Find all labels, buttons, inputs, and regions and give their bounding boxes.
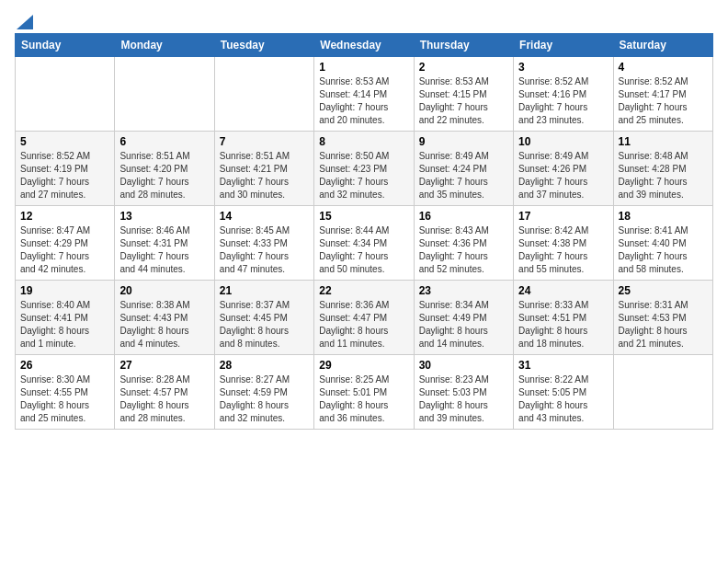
calendar-cell: 26Sunrise: 8:30 AM Sunset: 4:55 PM Dayli… <box>16 355 115 430</box>
calendar-cell: 30Sunrise: 8:23 AM Sunset: 5:03 PM Dayli… <box>414 355 513 430</box>
calendar-cell: 29Sunrise: 8:25 AM Sunset: 5:01 PM Dayli… <box>314 355 414 430</box>
day-number: 25 <box>619 284 708 297</box>
day-info: Sunrise: 8:22 AM Sunset: 5:05 PM Dayligh… <box>518 373 608 425</box>
calendar-cell <box>214 57 313 132</box>
day-number: 24 <box>518 284 608 297</box>
calendar-table: SundayMondayTuesdayWednesdayThursdayFrid… <box>15 33 713 430</box>
day-number: 21 <box>220 284 309 297</box>
calendar-cell <box>16 57 115 132</box>
header-wednesday: Wednesday <box>314 34 414 57</box>
day-info: Sunrise: 8:52 AM Sunset: 4:19 PM Dayligh… <box>20 150 109 201</box>
day-info: Sunrise: 8:40 AM Sunset: 4:41 PM Dayligh… <box>20 299 109 350</box>
day-number: 16 <box>419 210 508 223</box>
header-saturday: Saturday <box>613 34 712 57</box>
calendar-cell: 25Sunrise: 8:31 AM Sunset: 4:53 PM Dayli… <box>613 281 712 355</box>
day-number: 1 <box>319 61 408 74</box>
calendar-cell: 18Sunrise: 8:41 AM Sunset: 4:40 PM Dayli… <box>613 206 712 281</box>
calendar-cell: 11Sunrise: 8:48 AM Sunset: 4:28 PM Dayli… <box>613 132 712 206</box>
day-info: Sunrise: 8:53 AM Sunset: 4:15 PM Dayligh… <box>419 75 508 127</box>
calendar-cell: 4Sunrise: 8:52 AM Sunset: 4:17 PM Daylig… <box>613 57 712 132</box>
calendar-cell: 23Sunrise: 8:34 AM Sunset: 4:49 PM Dayli… <box>414 281 513 355</box>
day-number: 6 <box>119 135 209 148</box>
calendar-header-row: SundayMondayTuesdayWednesdayThursdayFrid… <box>16 34 713 57</box>
day-info: Sunrise: 8:23 AM Sunset: 5:03 PM Dayligh… <box>419 373 508 425</box>
calendar-cell: 13Sunrise: 8:46 AM Sunset: 4:31 PM Dayli… <box>115 206 214 281</box>
day-number: 12 <box>20 210 109 223</box>
day-number: 9 <box>419 135 508 148</box>
day-info: Sunrise: 8:51 AM Sunset: 4:21 PM Dayligh… <box>220 150 309 201</box>
day-info: Sunrise: 8:31 AM Sunset: 4:53 PM Dayligh… <box>619 299 708 350</box>
day-number: 28 <box>220 359 309 372</box>
calendar-cell <box>613 355 712 430</box>
day-number: 5 <box>20 135 109 148</box>
calendar-week-row: 1Sunrise: 8:53 AM Sunset: 4:14 PM Daylig… <box>16 57 713 132</box>
day-info: Sunrise: 8:27 AM Sunset: 4:59 PM Dayligh… <box>220 373 309 425</box>
calendar-cell: 31Sunrise: 8:22 AM Sunset: 5:05 PM Dayli… <box>514 355 613 430</box>
calendar-cell: 19Sunrise: 8:40 AM Sunset: 4:41 PM Dayli… <box>16 281 115 355</box>
day-number: 17 <box>518 210 608 223</box>
day-info: Sunrise: 8:41 AM Sunset: 4:40 PM Dayligh… <box>619 224 708 276</box>
calendar-week-row: 5Sunrise: 8:52 AM Sunset: 4:19 PM Daylig… <box>16 132 713 206</box>
day-info: Sunrise: 8:30 AM Sunset: 4:55 PM Dayligh… <box>20 373 109 425</box>
day-number: 20 <box>119 284 209 297</box>
day-number: 10 <box>518 135 608 148</box>
day-number: 14 <box>220 210 309 223</box>
day-number: 22 <box>319 284 408 297</box>
day-number: 29 <box>319 359 408 372</box>
day-info: Sunrise: 8:49 AM Sunset: 4:26 PM Dayligh… <box>518 150 608 201</box>
day-info: Sunrise: 8:52 AM Sunset: 4:17 PM Dayligh… <box>619 75 708 127</box>
day-number: 18 <box>619 210 708 223</box>
day-info: Sunrise: 8:48 AM Sunset: 4:28 PM Dayligh… <box>619 150 708 201</box>
day-info: Sunrise: 8:25 AM Sunset: 5:01 PM Dayligh… <box>319 373 408 425</box>
calendar-cell: 22Sunrise: 8:36 AM Sunset: 4:47 PM Dayli… <box>314 281 414 355</box>
calendar-cell: 16Sunrise: 8:43 AM Sunset: 4:36 PM Dayli… <box>414 206 513 281</box>
calendar-cell: 15Sunrise: 8:44 AM Sunset: 4:34 PM Dayli… <box>314 206 414 281</box>
day-info: Sunrise: 8:53 AM Sunset: 4:14 PM Dayligh… <box>319 75 408 127</box>
day-info: Sunrise: 8:45 AM Sunset: 4:33 PM Dayligh… <box>220 224 309 276</box>
day-info: Sunrise: 8:33 AM Sunset: 4:51 PM Dayligh… <box>518 299 608 350</box>
calendar-cell: 10Sunrise: 8:49 AM Sunset: 4:26 PM Dayli… <box>514 132 613 206</box>
calendar-week-row: 26Sunrise: 8:30 AM Sunset: 4:55 PM Dayli… <box>16 355 713 430</box>
day-number: 26 <box>20 359 109 372</box>
day-info: Sunrise: 8:49 AM Sunset: 4:24 PM Dayligh… <box>419 150 508 201</box>
day-number: 15 <box>319 210 408 223</box>
header-monday: Monday <box>115 34 214 57</box>
calendar-cell: 5Sunrise: 8:52 AM Sunset: 4:19 PM Daylig… <box>16 132 115 206</box>
day-number: 3 <box>518 61 608 74</box>
calendar-week-row: 12Sunrise: 8:47 AM Sunset: 4:29 PM Dayli… <box>16 206 713 281</box>
logo-arrow-icon <box>17 15 33 29</box>
day-info: Sunrise: 8:36 AM Sunset: 4:47 PM Dayligh… <box>319 299 408 350</box>
day-info: Sunrise: 8:46 AM Sunset: 4:31 PM Dayligh… <box>119 224 209 276</box>
calendar-cell: 17Sunrise: 8:42 AM Sunset: 4:38 PM Dayli… <box>514 206 613 281</box>
day-number: 19 <box>20 284 109 297</box>
calendar-cell: 12Sunrise: 8:47 AM Sunset: 4:29 PM Dayli… <box>16 206 115 281</box>
calendar-cell: 3Sunrise: 8:52 AM Sunset: 4:16 PM Daylig… <box>514 57 613 132</box>
day-info: Sunrise: 8:51 AM Sunset: 4:20 PM Dayligh… <box>119 150 209 201</box>
logo <box>15 15 33 26</box>
calendar-cell: 21Sunrise: 8:37 AM Sunset: 4:45 PM Dayli… <box>214 281 313 355</box>
header-tuesday: Tuesday <box>214 34 313 57</box>
calendar-cell: 27Sunrise: 8:28 AM Sunset: 4:57 PM Dayli… <box>115 355 214 430</box>
header-thursday: Thursday <box>414 34 513 57</box>
day-info: Sunrise: 8:52 AM Sunset: 4:16 PM Dayligh… <box>518 75 608 127</box>
day-number: 27 <box>119 359 209 372</box>
svg-marker-0 <box>17 15 33 29</box>
day-info: Sunrise: 8:37 AM Sunset: 4:45 PM Dayligh… <box>220 299 309 350</box>
day-number: 31 <box>518 359 608 372</box>
calendar-cell: 2Sunrise: 8:53 AM Sunset: 4:15 PM Daylig… <box>414 57 513 132</box>
day-info: Sunrise: 8:34 AM Sunset: 4:49 PM Dayligh… <box>419 299 508 350</box>
day-number: 11 <box>619 135 708 148</box>
calendar-cell <box>115 57 214 132</box>
header-friday: Friday <box>514 34 613 57</box>
day-number: 23 <box>419 284 508 297</box>
day-number: 13 <box>119 210 209 223</box>
day-number: 7 <box>220 135 309 148</box>
calendar-cell: 24Sunrise: 8:33 AM Sunset: 4:51 PM Dayli… <box>514 281 613 355</box>
calendar-cell: 28Sunrise: 8:27 AM Sunset: 4:59 PM Dayli… <box>214 355 313 430</box>
day-info: Sunrise: 8:44 AM Sunset: 4:34 PM Dayligh… <box>319 224 408 276</box>
calendar-cell: 8Sunrise: 8:50 AM Sunset: 4:23 PM Daylig… <box>314 132 414 206</box>
day-info: Sunrise: 8:50 AM Sunset: 4:23 PM Dayligh… <box>319 150 408 201</box>
day-info: Sunrise: 8:28 AM Sunset: 4:57 PM Dayligh… <box>119 373 209 425</box>
day-info: Sunrise: 8:42 AM Sunset: 4:38 PM Dayligh… <box>518 224 608 276</box>
calendar-cell: 1Sunrise: 8:53 AM Sunset: 4:14 PM Daylig… <box>314 57 414 132</box>
